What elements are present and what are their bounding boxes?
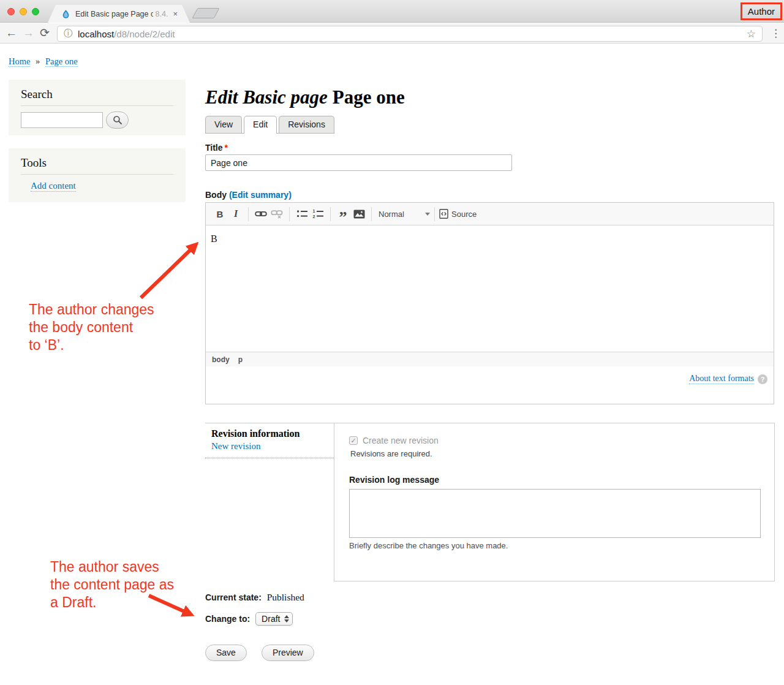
page-title-node: Page one bbox=[333, 86, 405, 108]
browser-menu-icon[interactable]: ⋮ bbox=[771, 27, 781, 40]
path-body[interactable]: body bbox=[212, 355, 230, 364]
editor-toolbar: B I bbox=[206, 203, 774, 225]
arrow-to-body-icon bbox=[141, 244, 196, 298]
svg-text:2: 2 bbox=[312, 214, 315, 219]
annotation-line: The author saves bbox=[50, 558, 174, 576]
annotation-line: The author changes bbox=[29, 301, 154, 319]
preview-button[interactable]: Preview bbox=[262, 645, 314, 661]
annotation-line: the content page as bbox=[50, 576, 174, 594]
revision-information-tab[interactable]: Revision information New revision bbox=[205, 423, 334, 458]
checkmark-icon: ✓ bbox=[350, 437, 356, 445]
tab-close-icon[interactable]: × bbox=[173, 10, 178, 18]
current-state-label: Current state: bbox=[205, 592, 262, 602]
page-info-icon[interactable]: ⓘ bbox=[64, 28, 72, 39]
image-button[interactable] bbox=[351, 206, 367, 222]
paragraph-format-dropdown[interactable]: Normal bbox=[376, 210, 430, 219]
bookmark-star-icon[interactable]: ☆ bbox=[747, 28, 756, 40]
back-icon[interactable]: ← bbox=[6, 26, 17, 40]
source-button[interactable]: Source bbox=[439, 209, 477, 219]
annotation-line: a Draft. bbox=[50, 594, 174, 611]
italic-button[interactable]: I bbox=[228, 206, 244, 222]
author-annotation-badge: Author bbox=[741, 2, 782, 20]
url-path: /d8/node/2/edit bbox=[114, 29, 175, 39]
url-host: localhost bbox=[78, 29, 114, 39]
editor-element-path: body p bbox=[206, 352, 774, 366]
browser-tab[interactable]: Edit Basic page Page one | 8.4. × bbox=[48, 5, 190, 23]
link-button[interactable] bbox=[253, 206, 269, 222]
toolbar-separator bbox=[371, 207, 372, 221]
search-button[interactable] bbox=[106, 112, 129, 129]
revision-tab-heading: Revision information bbox=[211, 428, 334, 439]
page-title-type: Edit Basic page bbox=[205, 86, 328, 108]
new-tab-button[interactable] bbox=[192, 8, 219, 18]
toolbar-separator bbox=[289, 207, 290, 221]
annotation-line: the body content bbox=[29, 319, 154, 336]
title-field-input[interactable] bbox=[205, 154, 512, 171]
revision-log-textarea[interactable] bbox=[349, 489, 761, 538]
unlink-button bbox=[269, 206, 285, 222]
breadcrumb-home-link[interactable]: Home bbox=[9, 56, 30, 67]
blockquote-button[interactable]: ” bbox=[335, 206, 351, 222]
change-to-row: Change to: Draft bbox=[205, 612, 293, 626]
annotation-save-draft: The author saves the content page as a D… bbox=[50, 558, 174, 611]
change-to-value: Draft bbox=[262, 614, 280, 624]
minimize-window-icon[interactable] bbox=[20, 8, 27, 15]
create-new-revision-label: Create new revision bbox=[363, 436, 439, 445]
body-editor: B I bbox=[205, 202, 774, 404]
add-content-link[interactable]: Add content bbox=[31, 181, 76, 192]
body-field-label: Body (Edit summary) bbox=[205, 190, 292, 200]
required-mark: * bbox=[225, 143, 228, 153]
tab-title: Edit Basic page Page one | bbox=[75, 10, 153, 18]
help-icon[interactable]: ? bbox=[758, 374, 767, 384]
toolbar-separator bbox=[330, 207, 331, 221]
tab-view[interactable]: View bbox=[205, 116, 242, 133]
change-to-select[interactable]: Draft bbox=[255, 612, 293, 626]
title-label-text: Title bbox=[205, 143, 223, 153]
numbered-list-button[interactable]: 1 2 bbox=[310, 206, 326, 222]
title-field-label: Title* bbox=[205, 143, 228, 153]
select-arrows-icon bbox=[284, 615, 289, 623]
close-window-icon[interactable] bbox=[7, 8, 15, 15]
browser-window: Edit Basic page Page one | 8.4. × Author… bbox=[0, 0, 784, 685]
bulleted-list-button[interactable] bbox=[294, 206, 310, 222]
body-label-text: Body bbox=[205, 190, 227, 200]
address-bar[interactable]: ⓘ localhost /d8/node/2/edit ☆ bbox=[57, 26, 763, 42]
tools-block: Tools Add content bbox=[9, 148, 186, 202]
link-icon bbox=[255, 208, 267, 219]
source-icon bbox=[439, 209, 448, 219]
save-button[interactable]: Save bbox=[205, 645, 247, 661]
tab-title-version: 8.4. bbox=[156, 10, 168, 18]
tab-edit[interactable]: Edit bbox=[244, 116, 277, 134]
search-block-title: Search bbox=[21, 88, 173, 106]
forward-icon: → bbox=[23, 26, 34, 40]
edit-summary-link[interactable]: (Edit summary) bbox=[229, 190, 292, 200]
browser-titlebar: Edit Basic page Page one | 8.4. × Author bbox=[0, 0, 784, 23]
about-text-formats-link[interactable]: About text formats bbox=[689, 374, 754, 384]
bold-button[interactable]: B bbox=[212, 206, 228, 222]
search-icon bbox=[113, 115, 123, 125]
search-block: Search bbox=[9, 80, 186, 135]
numbered-list-icon: 1 2 bbox=[312, 209, 324, 219]
editor-content[interactable]: B bbox=[206, 225, 774, 352]
drupal-favicon-icon bbox=[61, 9, 70, 19]
tools-block-title: Tools bbox=[21, 156, 173, 175]
vertical-tabs-menu: Revision information New revision bbox=[205, 423, 334, 458]
tab-revisions[interactable]: Revisions bbox=[279, 116, 334, 133]
search-input[interactable] bbox=[21, 112, 103, 128]
page-title: Edit Basic pagePage one bbox=[205, 86, 405, 108]
revision-tab-summary-link: New revision bbox=[211, 441, 334, 452]
window-controls bbox=[7, 8, 39, 15]
create-new-revision-checkbox: ✓ bbox=[349, 436, 358, 445]
path-p[interactable]: p bbox=[238, 355, 243, 364]
revision-vertical-tabs: Revision information New revision ✓ Crea… bbox=[205, 423, 775, 581]
revisions-required-note: Revisions are required. bbox=[350, 449, 760, 458]
bulleted-list-icon bbox=[296, 209, 308, 219]
current-state-value: Published bbox=[267, 592, 304, 602]
breadcrumb-page-link[interactable]: Page one bbox=[45, 56, 78, 67]
toolbar-separator bbox=[434, 207, 435, 221]
revision-log-label: Revision log message bbox=[349, 475, 760, 485]
source-label: Source bbox=[451, 210, 477, 219]
reload-icon[interactable]: ⟳ bbox=[40, 26, 50, 40]
maximize-window-icon[interactable] bbox=[32, 8, 39, 15]
chevron-down-icon bbox=[425, 213, 430, 216]
